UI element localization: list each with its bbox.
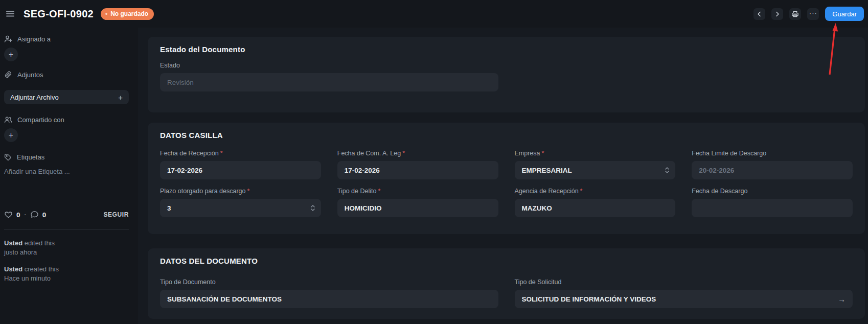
plus-icon: + xyxy=(118,93,123,102)
open-link-arrow-icon[interactable]: → xyxy=(838,295,846,304)
activity-item: Usted created this Hace un minuto xyxy=(4,265,129,283)
required-marker: * xyxy=(542,150,544,157)
agencia-de-recepcion-input[interactable] xyxy=(515,199,676,217)
add-tag-input[interactable]: Añadir una Etiqueta ... xyxy=(4,168,129,175)
field-label: Fecha Limite de Descargo xyxy=(692,150,853,157)
status-badge: • No guardado xyxy=(101,8,154,20)
attachments-section: Adjuntos xyxy=(4,71,129,79)
user-plus-icon xyxy=(4,35,12,43)
shared-with-section: Compartido con xyxy=(4,115,129,124)
field-fecha-limite-de-descargo: Fecha Limite de Descargo xyxy=(692,150,853,179)
attach-file-label: Adjuntar Archivo xyxy=(10,94,59,101)
required-marker: * xyxy=(378,188,380,195)
field-fecha-de-com-a-leg: Fecha de Com. A. Leg* xyxy=(337,150,498,179)
hamburger-menu-icon[interactable] xyxy=(4,8,16,20)
status-badge-label: No guardado xyxy=(110,10,148,17)
field-label: Tipo de Delito xyxy=(337,188,377,195)
field-fecha-de-descargo: Fecha de Descargo xyxy=(692,188,853,217)
chevron-right-icon xyxy=(774,11,781,17)
activity-user: Usted xyxy=(4,239,22,247)
prev-document-button[interactable] xyxy=(753,8,765,20)
form-body: Estado del Documento Estado DATOS CASILL… xyxy=(138,28,868,324)
topbar-actions: ··· Guardar xyxy=(753,7,864,21)
tipo-de-solicitud-link-input[interactable] xyxy=(515,290,853,308)
field-fecha-de-recepcion: Fecha de Recepción* xyxy=(160,150,321,179)
printer-icon xyxy=(791,10,799,18)
heart-icon[interactable] xyxy=(4,211,13,219)
field-label: Fecha de Descargo xyxy=(692,188,853,195)
plazo-otorgado-select[interactable] xyxy=(160,199,321,217)
activity-item: Usted edited this justo ahora xyxy=(4,239,129,257)
field-label: Tipo de Documento xyxy=(160,279,498,286)
tags-section: Etiquetas xyxy=(4,153,129,161)
tipo-de-documento-input[interactable] xyxy=(160,290,498,308)
field-label: Agencia de Recepción xyxy=(515,188,579,195)
tipo-de-delito-input[interactable] xyxy=(337,199,498,217)
fecha-limite-de-descargo-input xyxy=(692,161,853,179)
comment-icon[interactable] xyxy=(30,211,39,219)
field-tipo-de-delito: Tipo de Delito* xyxy=(337,188,498,217)
activity-action: created this xyxy=(22,265,59,273)
field-agencia-de-recepcion: Agencia de Recepción* xyxy=(515,188,676,217)
ellipsis-icon: ··· xyxy=(809,9,817,17)
field-label: Plazo otorgado para descargo xyxy=(160,188,245,195)
field-label: Estado xyxy=(160,62,498,69)
next-document-button[interactable] xyxy=(771,8,783,20)
required-marker: * xyxy=(580,188,583,195)
activity-time: Hace un minuto xyxy=(4,274,129,283)
fecha-de-com-a-leg-input[interactable] xyxy=(337,161,498,179)
tag-icon xyxy=(4,153,12,161)
save-button[interactable]: Guardar xyxy=(825,7,864,21)
required-marker: * xyxy=(247,188,249,195)
add-share-button[interactable]: + xyxy=(4,128,18,142)
field-label: Tipo de Solicitud xyxy=(515,279,853,286)
chevron-left-icon xyxy=(756,11,763,17)
plus-icon: + xyxy=(9,131,13,140)
select-caret-icon xyxy=(665,167,670,174)
field-tipo-de-documento: Tipo de Documento xyxy=(160,279,498,308)
paperclip-icon xyxy=(4,71,12,79)
fecha-de-descargo-input[interactable] xyxy=(692,199,853,217)
field-plazo-otorgado: Plazo otorgado para descargo* xyxy=(160,188,321,217)
field-estado: Estado xyxy=(160,62,498,91)
attach-file-button[interactable]: Adjuntar Archivo + xyxy=(4,90,129,104)
section-title: DATOS CASILLA xyxy=(160,131,853,140)
assigned-to-label: Asignado a xyxy=(17,35,51,43)
required-marker: * xyxy=(220,150,223,157)
select-caret-icon xyxy=(310,204,315,212)
follow-button[interactable]: SEGUIR xyxy=(103,211,129,218)
users-icon xyxy=(4,115,12,124)
empresa-select[interactable] xyxy=(515,161,676,179)
like-count: 0 xyxy=(16,211,20,219)
field-tipo-de-solicitud: Tipo de Solicitud → xyxy=(515,279,853,308)
sidebar-divider xyxy=(4,229,129,230)
comment-count: 0 xyxy=(42,211,47,219)
field-label: Fecha de Com. A. Leg xyxy=(337,150,401,157)
required-marker: * xyxy=(402,150,405,157)
add-assignment-button[interactable]: + xyxy=(4,48,18,61)
field-label: Fecha de Recepción xyxy=(160,150,219,157)
section-title: DATOS DEL DOCUMENTO xyxy=(160,257,853,265)
field-empresa: Empresa* xyxy=(515,150,676,179)
reactions-row: 0 · 0 SEGUIR xyxy=(4,210,129,219)
field-label: Empresa xyxy=(515,150,540,157)
more-options-button[interactable]: ··· xyxy=(807,8,819,20)
section-datos-del-documento: DATOS DEL DOCUMENTO Tipo de Documento Ti… xyxy=(148,248,865,319)
page-title: SEG-OFI-0902 xyxy=(24,8,94,20)
fecha-de-recepcion-input[interactable] xyxy=(160,161,321,179)
topbar: SEG-OFI-0902 • No guardado ··· Guardar xyxy=(0,0,868,28)
activity-action: edited this xyxy=(22,239,55,247)
attachments-label: Adjuntos xyxy=(17,71,43,79)
separator-dot: · xyxy=(24,210,27,219)
section-estado-del-documento: Estado del Documento Estado xyxy=(148,37,865,112)
tags-label: Etiquetas xyxy=(17,153,44,161)
assigned-to-section: Asignado a xyxy=(4,35,129,43)
estado-input[interactable] xyxy=(160,73,498,91)
section-datos-casilla: DATOS CASILLA Fecha de Recepción* Fecha … xyxy=(148,123,865,234)
print-button[interactable] xyxy=(789,8,801,20)
activity-user: Usted xyxy=(4,265,22,273)
activity-time: justo ahora xyxy=(4,248,129,257)
status-dot-icon: • xyxy=(105,11,107,16)
section-title: Estado del Documento xyxy=(160,45,853,54)
plus-icon: + xyxy=(9,51,13,59)
